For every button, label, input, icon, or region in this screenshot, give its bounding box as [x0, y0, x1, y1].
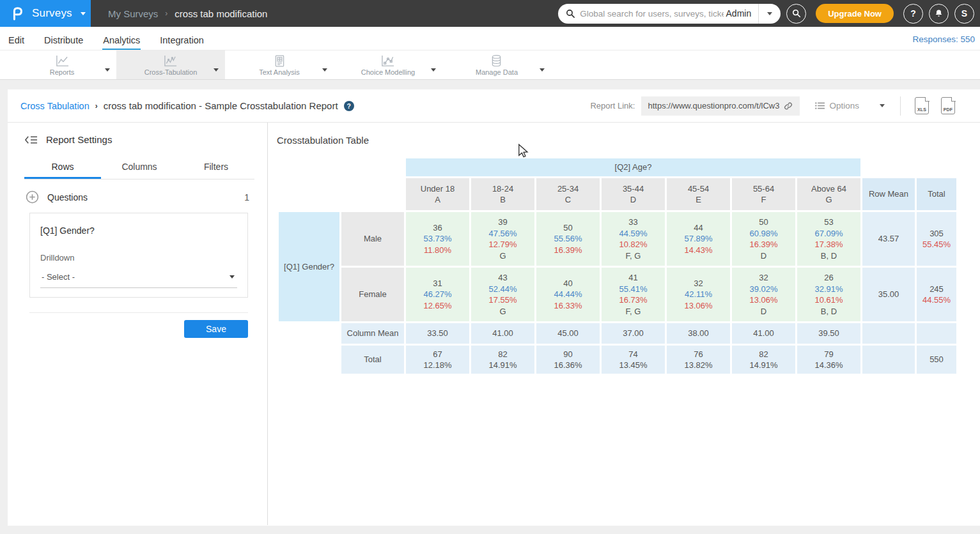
age-letter: B: [471, 194, 534, 206]
export-pdf-button[interactable]: PDF: [941, 97, 955, 114]
cell-pct: 12.18%: [406, 360, 469, 371]
empty-cell: [862, 346, 915, 374]
nav-item-edit[interactable]: Edit: [8, 30, 25, 50]
topbar-breadcrumb: My Surveys › cross tab modification: [108, 0, 267, 27]
export-xls-button[interactable]: XLS: [915, 97, 929, 114]
nav-item-analytics[interactable]: Analytics: [102, 30, 141, 50]
chevron-down-icon[interactable]: [431, 63, 436, 74]
upgrade-now-button[interactable]: Upgrade Now: [816, 4, 894, 23]
age-label: 25-34: [536, 183, 600, 195]
data-row: Female3146.27%12.65%4352.44%17.55%G4044.…: [279, 268, 956, 321]
breadcrumb-parent[interactable]: My Surveys: [108, 8, 158, 19]
age-column-header: 35-44D: [602, 178, 665, 210]
row-mean-header: Row Mean: [862, 178, 915, 210]
data-cell: 3242.11%13.06%: [667, 268, 730, 321]
empty-cell: [862, 323, 915, 344]
collapse-panel-icon[interactable]: [24, 135, 38, 145]
divider: [29, 312, 248, 313]
help-button[interactable]: ?: [903, 4, 923, 24]
search-submit-button[interactable]: [786, 4, 806, 24]
empty-cell: [917, 323, 956, 344]
product-menu-label: Surveys: [32, 7, 72, 20]
data-cell: 2632.91%10.61%B, D: [797, 268, 860, 321]
drilldown-select[interactable]: - Select -: [40, 272, 237, 288]
chevron-down-icon[interactable]: [105, 63, 110, 74]
save-button[interactable]: Save: [184, 320, 248, 338]
cell-count: 90: [536, 349, 600, 360]
report-link-input[interactable]: https://www.questionpro.com/t/lCw3Zc: [641, 96, 800, 116]
chevron-down-icon[interactable]: [214, 63, 219, 74]
toolbar-item-manage-data[interactable]: Manage Data: [442, 50, 551, 79]
panel-header: Report Settings: [24, 134, 254, 145]
tab-filters[interactable]: Filters: [178, 155, 254, 179]
total-row: Total6712.18%8214.91%9016.36%7413.45%761…: [279, 346, 956, 374]
add-question-button[interactable]: [26, 190, 39, 204]
column-total-cell: 6712.18%: [406, 346, 469, 374]
crosstab-main: Crosstabulation Table [Q2] Age?Under 18A…: [268, 123, 980, 525]
report-help-icon[interactable]: ?: [344, 101, 354, 111]
nav-item-integration[interactable]: Integration: [159, 30, 205, 50]
link-icon[interactable]: [783, 101, 793, 111]
product-menu[interactable]: Surveys: [0, 0, 91, 27]
cell-count: 50: [536, 222, 600, 234]
cell-row-pct: 53.73%: [406, 233, 469, 245]
notifications-button[interactable]: [929, 4, 949, 24]
data-cell: 4044.44%16.33%: [536, 268, 600, 321]
cell-significance: F, G: [602, 250, 665, 262]
toolbar-item-cross-tabulation[interactable]: Cross-Tabulation: [116, 50, 225, 79]
report-settings-panel: Report Settings Rows Columns Filters Que…: [8, 123, 268, 525]
report-card: Cross Tabulation › cross tab modificatio…: [8, 89, 980, 526]
cell-significance: F, G: [602, 306, 665, 317]
row-total-cell: 24544.55%: [917, 268, 956, 321]
cell-col-pct: 12.79%: [471, 239, 534, 250]
bell-icon: [934, 9, 944, 19]
section-title: Crosstabulation Table: [277, 135, 980, 146]
toolbar-item-label: Choice Modelling: [361, 68, 415, 76]
column-total-cell: 7413.45%: [602, 346, 665, 374]
cell-significance: B, D: [797, 250, 860, 262]
cross-tabulation-link[interactable]: Cross Tabulation: [20, 101, 89, 111]
chevron-down-icon[interactable]: [540, 63, 545, 74]
toolbar-item-choice-modelling[interactable]: Choice Modelling: [334, 50, 442, 79]
global-search: Admin: [558, 4, 781, 24]
tab-columns[interactable]: Columns: [101, 155, 178, 179]
search-input[interactable]: [580, 9, 723, 19]
cell-pct: 14.36%: [797, 360, 860, 371]
cell-count: 26: [797, 272, 860, 284]
cell-count: 245: [917, 284, 956, 295]
nav-item-distribute[interactable]: Distribute: [43, 30, 84, 50]
cell-row-pct: 42.11%: [667, 289, 730, 300]
questions-count: 1: [244, 192, 249, 202]
age-column-header: 55-64F: [732, 178, 795, 210]
questionpro-logo-icon: [10, 5, 25, 22]
search-scope-dropdown[interactable]: [758, 4, 781, 24]
total-column-header: Total: [917, 178, 956, 210]
toolbar-item-label: Reports: [50, 68, 75, 76]
column-mean-label: Column Mean: [341, 323, 404, 344]
row-mean-cell: 35.00: [862, 268, 915, 321]
cell-col-pct: 17.55%: [471, 294, 534, 306]
report-header: Cross Tabulation › cross tab modificatio…: [8, 89, 980, 123]
cell-col-pct: 55.45%: [917, 239, 956, 250]
report-link-url: https://www.questionpro.com/t/lCw3Zc: [648, 101, 779, 111]
chevron-down-icon: [767, 12, 772, 15]
data-cell: 5367.09%17.38%B, D: [797, 212, 860, 266]
responses-count: Responses: 550: [912, 34, 975, 50]
avatar[interactable]: S: [954, 4, 974, 24]
report-title: cross tab modification - Sample Crosstab…: [104, 100, 338, 111]
column-mean-cell: 38.00: [667, 323, 730, 344]
toolbar-item-reports[interactable]: Reports: [8, 50, 116, 79]
chevron-down-icon[interactable]: [322, 63, 327, 74]
options-dropdown[interactable]: Options: [815, 101, 885, 111]
toolbar-item-text-analysis[interactable]: Text Analysis: [225, 50, 334, 79]
cell-row-pct: 57.89%: [667, 233, 730, 245]
questions-label: Questions: [47, 192, 88, 202]
search-scope-label[interactable]: Admin: [724, 8, 759, 19]
cell-significance: B, D: [797, 306, 860, 317]
cell-col-pct: 16.39%: [536, 245, 600, 256]
tab-rows[interactable]: Rows: [24, 155, 101, 179]
cell-count: 305: [917, 228, 956, 240]
cell-pct: 14.91%: [471, 360, 534, 371]
data-cell: 4457.89%14.43%: [667, 212, 730, 266]
cell-col-pct: 12.65%: [406, 300, 469, 312]
